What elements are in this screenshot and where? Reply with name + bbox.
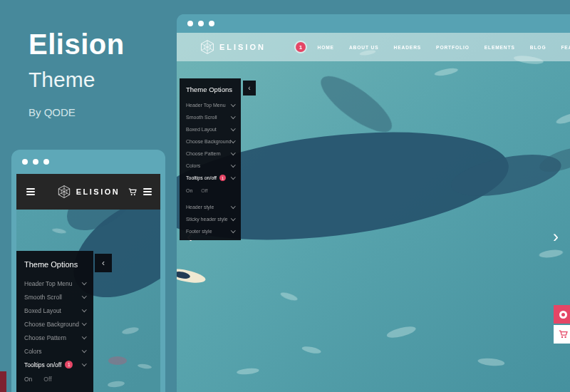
panel-item-header-style[interactable]: Header style (180, 201, 241, 213)
mobile-header-icons (128, 187, 152, 197)
panel-item-tooltips[interactable]: Tooltips on/off 1 (16, 358, 93, 371)
chevron-down-icon (82, 348, 86, 352)
theme-preview-page: Elision Theme By QODE (0, 0, 570, 392)
menu-item-portfolio[interactable]: PORTFOLIO (429, 45, 477, 50)
toggle-on[interactable]: On (24, 376, 32, 383)
mobile-browser-mockup: ELISION (11, 150, 165, 392)
panel-title: Theme Options (180, 83, 241, 99)
window-dot-icon (198, 21, 204, 26)
chevron-down-icon (231, 126, 235, 130)
menu-item-blog[interactable]: BLOG (522, 45, 554, 50)
tooltip-badge: 1 (219, 175, 226, 181)
site-logo[interactable]: ELISION (200, 39, 266, 55)
panel-item-colors[interactable]: Colors (16, 344, 93, 358)
toggle-off[interactable]: Off (201, 188, 207, 193)
site-navbar: ELISION 1 HOME ABOUT US HEADERS PORTFOLI… (177, 33, 570, 61)
cropped-red-accent (0, 371, 6, 392)
panel-item-colors[interactable]: Colors (180, 160, 241, 172)
panel-item-smooth-scroll[interactable]: Smooth Scroll (180, 111, 241, 123)
toggle-off[interactable]: Off (43, 376, 51, 383)
toggle-on[interactable]: On (186, 188, 192, 193)
chevron-down-icon (82, 280, 86, 284)
floating-cart-button[interactable] (554, 325, 570, 344)
hexagon-logo-icon (200, 39, 215, 55)
desktop-viewport: ELISION 1 HOME ABOUT US HEADERS PORTFOLI… (177, 33, 570, 392)
chevron-down-icon (231, 138, 235, 143)
sidebar-menu-icon[interactable] (143, 187, 152, 197)
chevron-down-icon (82, 321, 86, 325)
window-dot-icon (22, 159, 28, 165)
browser-title-bar (177, 14, 570, 33)
slider-next-arrow-icon[interactable]: › (553, 228, 559, 245)
panel-collapse-button[interactable]: ‹ (243, 81, 256, 96)
notification-badge: 1 (296, 42, 306, 52)
desktop-browser-mockup: ELISION 1 HOME ABOUT US HEADERS PORTFOLI… (177, 14, 570, 392)
theme-options-panel-desktop: Theme Options Header Top Menu Smooth Scr… (180, 78, 241, 240)
window-dot-icon (187, 21, 193, 26)
hamburger-menu-icon[interactable] (26, 187, 35, 197)
mobile-site-header: ELISION (16, 174, 160, 210)
brand-name: ELISION (219, 43, 266, 51)
brand-name: ELISION (76, 187, 120, 196)
page-byline: By QODE (28, 106, 125, 118)
menu-item-features[interactable]: FEATURES (554, 45, 570, 50)
chevron-down-icon (82, 307, 86, 311)
panel-item-choose-pattern[interactable]: Choose Pattern (180, 148, 241, 160)
hero-text-block: Elision Theme By QODE (28, 29, 125, 118)
chevron-down-icon (82, 334, 86, 339)
window-dot-icon (33, 159, 38, 165)
chevron-down-icon (231, 150, 235, 155)
panel-item-header-top-menu[interactable]: Header Top Menu (16, 277, 93, 290)
menu-item-about-us[interactable]: ABOUT US (341, 45, 386, 50)
panel-item-footer-style[interactable]: Footer style (180, 225, 241, 237)
site-logo[interactable]: ELISION (57, 185, 120, 199)
panel-item-choose-background[interactable]: Choose Background (16, 317, 93, 331)
chevron-down-icon (231, 216, 235, 220)
panel-item-smooth-scroll[interactable]: Smooth Scroll (16, 290, 93, 304)
chevron-down-icon (231, 102, 235, 106)
chevron-down-icon (82, 361, 86, 366)
menu-item-elements[interactable]: ELEMENTS (477, 45, 522, 50)
page-title: Elision (28, 29, 125, 61)
panel-title: Theme Options (16, 257, 93, 277)
chevron-down-icon (231, 228, 235, 232)
menu-item-headers[interactable]: HEADERS (386, 45, 429, 50)
hexagon-logo-icon (57, 185, 71, 199)
mobile-viewport: ELISION (16, 174, 160, 392)
theme-options-panel-mobile: Theme Options Header Top Menu Smooth Scr… (16, 251, 93, 392)
circle-ring-icon (559, 311, 567, 319)
tooltips-toggle-row: On Off (180, 184, 241, 197)
main-menu: HOME ABOUT US HEADERS PORTFOLIO ELEMENTS… (310, 45, 570, 50)
window-dot-icon (43, 159, 49, 165)
panel-item-sticky-header-style[interactable]: Sticky header style (180, 213, 241, 225)
chevron-down-icon (231, 175, 235, 179)
page-subtitle: Theme (28, 68, 125, 92)
panel-collapse-button[interactable]: ‹ (95, 254, 112, 272)
chevron-down-icon (231, 204, 235, 208)
panel-item-choose-background[interactable]: Choose Background (180, 135, 241, 148)
cart-icon (559, 330, 568, 339)
tooltip-badge: 1 (65, 361, 73, 368)
floating-target-button[interactable] (554, 305, 570, 324)
mobile-title-bar (11, 150, 165, 174)
panel-item-boxed-layout[interactable]: Boxed Layout (16, 304, 93, 317)
panel-item-header-top-menu[interactable]: Header Top Menu (180, 99, 241, 111)
tooltips-toggle-row: On Off (16, 371, 93, 386)
panel-item-choose-pattern[interactable]: Choose Pattern (16, 331, 93, 344)
panel-item-tooltips[interactable]: Tooltips on/off 1 (180, 172, 241, 184)
cart-icon[interactable] (128, 188, 137, 196)
chevron-down-icon (82, 294, 86, 298)
panel-item-boxed-layout[interactable]: Boxed Layout (180, 123, 241, 135)
menu-item-home[interactable]: HOME (310, 45, 341, 50)
chevron-down-icon (231, 114, 235, 118)
window-dot-icon (209, 21, 214, 26)
chevron-down-icon (231, 163, 235, 167)
